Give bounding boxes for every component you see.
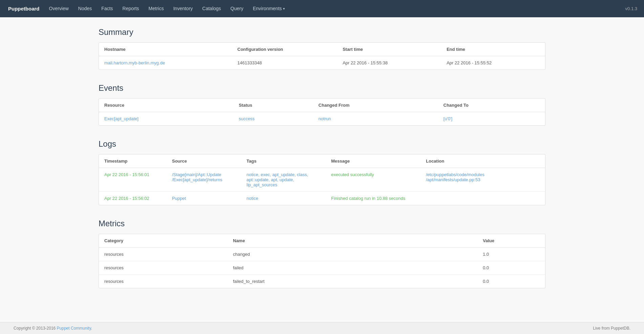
events-col-resource: Resource [99,99,233,112]
status-cell[interactable]: success [233,112,313,126]
summary-col-hostname: Hostname [99,43,232,56]
nav-query[interactable]: Query [226,0,248,17]
table-row: Apr 22 2016 - 15:56:02 Puppet notice Fin… [99,192,545,205]
metric-category-cell: resources [99,275,228,288]
log-source-cell[interactable]: /Stage[main]/Apt::Update/Exec[apt_update… [167,168,241,192]
logs-col-tags: Tags [241,154,326,168]
metric-name-cell: failed [228,261,477,275]
logs-heading: Logs [99,139,545,149]
metrics-heading: Metrics [99,219,545,228]
metrics-col-name: Name [228,234,477,248]
log-message-cell: executed successfully [326,168,421,192]
nav-catalogs[interactable]: Catalogs [197,0,226,17]
nav-overview[interactable]: Overview [44,0,73,17]
metric-value-cell: 1.0 [477,248,545,261]
environments-dropdown[interactable]: Environments ▾ [248,0,290,17]
end-time-cell: Apr 22 2016 - 15:55:52 [441,56,545,70]
metrics-col-value: Value [477,234,545,248]
nav-facts[interactable]: Facts [96,0,117,17]
changed-to-cell[interactable]: [u'0'] [438,112,545,126]
start-time-cell: Apr 22 2016 - 15:55:38 [337,56,441,70]
summary-col-start: Start time [337,43,441,56]
metrics-col-category: Category [99,234,228,248]
table-row: resources failed 0.0 [99,261,545,275]
table-row: mail.hartorn.myb-berlin.myg.de 146133334… [99,56,545,70]
summary-header-row: Hostname Configuration version Start tim… [99,43,545,56]
log-location-cell[interactable]: /etc/puppetlabs/code/modules/apt/manifes… [421,168,545,192]
resource-cell[interactable]: Exec[apt_update] [99,112,233,126]
events-col-changed-from: Changed From [313,99,438,112]
nav-inventory[interactable]: Inventory [169,0,198,17]
logs-table: Timestamp Source Tags Message Location A… [99,154,545,205]
brand-logo[interactable]: Puppetboard [3,6,44,12]
events-table: Resource Status Changed From Changed To … [99,99,545,125]
summary-col-end: End time [441,43,545,56]
table-row: resources changed 1.0 [99,248,545,261]
logs-table-wrapper: Timestamp Source Tags Message Location A… [99,154,545,205]
log-tags-cell: notice [241,192,326,205]
nav-metrics[interactable]: Metrics [144,0,169,17]
events-col-status: Status [233,99,313,112]
version-label: v0.1.3 [625,6,641,11]
config-version-cell: 1461333348 [232,56,337,70]
summary-col-config: Configuration version [232,43,337,56]
logs-col-message: Message [326,154,421,168]
metric-value-cell: 0.0 [477,261,545,275]
logs-col-source: Source [167,154,241,168]
metrics-table: Category Name Value resources changed 1.… [99,234,545,288]
table-row: Apr 22 2016 - 15:56:01 /Stage[main]/Apt:… [99,168,545,192]
metrics-table-wrapper: Category Name Value resources changed 1.… [99,234,545,288]
metrics-header-row: Category Name Value [99,234,545,248]
metric-value-cell: 0.0 [477,275,545,288]
metric-category-cell: resources [99,248,228,261]
events-heading: Events [99,83,545,93]
main-content: Summary Hostname Configuration version S… [85,17,559,322]
events-header-row: Resource Status Changed From Changed To [99,99,545,112]
changed-from-cell[interactable]: notrun [313,112,438,126]
hostname-cell[interactable]: mail.hartorn.myb-berlin.myg.de [99,56,232,70]
events-col-changed-to: Changed To [438,99,545,112]
metric-name-cell: changed [228,248,477,261]
log-source-cell[interactable]: Puppet [167,192,241,205]
environments-label: Environments [253,0,282,17]
events-table-wrapper: Resource Status Changed From Changed To … [99,98,545,126]
summary-table: Hostname Configuration version Start tim… [99,43,545,69]
log-timestamp-cell: Apr 22 2016 - 15:56:01 [99,168,167,192]
logs-col-timestamp: Timestamp [99,154,167,168]
nav-nodes[interactable]: Nodes [73,0,96,17]
log-message-cell: Finished catalog run in 10.88 seconds [326,192,421,205]
nav-reports[interactable]: Reports [118,0,144,17]
metric-name-cell: failed_to_restart [228,275,477,288]
chevron-down-icon: ▾ [283,0,285,17]
table-row: Exec[apt_update] success notrun [u'0'] [99,112,545,126]
log-timestamp-cell: Apr 22 2016 - 15:56:02 [99,192,167,205]
summary-table-wrapper: Hostname Configuration version Start tim… [99,42,545,70]
navigation: Puppetboard Overview Nodes Facts Reports… [0,0,644,17]
logs-header-row: Timestamp Source Tags Message Location [99,154,545,168]
table-row: resources failed_to_restart 0.0 [99,275,545,288]
summary-heading: Summary [99,27,545,37]
log-location-cell[interactable] [421,192,545,205]
logs-col-location: Location [421,154,545,168]
log-tags-cell: notice, exec, apt_update, class, apt::up… [241,168,326,192]
metric-category-cell: resources [99,261,228,275]
